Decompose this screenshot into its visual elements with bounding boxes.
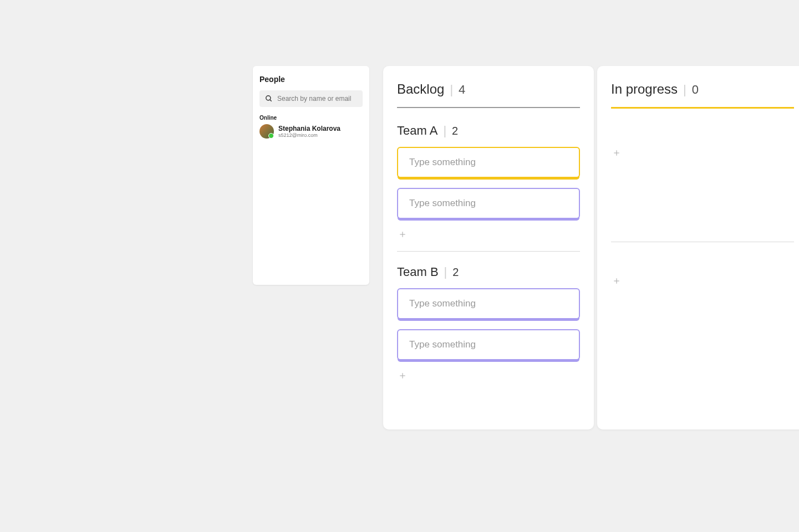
column-header-rule [397, 107, 580, 108]
swimlane-count: 2 [452, 125, 458, 137]
column-header: In progress | 0 [611, 81, 794, 97]
card-placeholder: Type something [409, 198, 476, 208]
search-icon [265, 95, 273, 103]
divider-pipe: | [444, 265, 447, 279]
swimlane-header-team-a: Team A | 2 [397, 124, 580, 138]
avatar [259, 124, 274, 139]
people-panel: People Online Stephania Kolarova s5212@m… [253, 66, 369, 285]
column-header: Backlog | 4 [397, 81, 580, 97]
add-card-button[interactable] [397, 370, 408, 381]
svg-point-0 [266, 96, 271, 100]
divider-pipe: | [450, 83, 453, 97]
card[interactable]: Type something [397, 147, 580, 178]
online-section-label: Online [259, 115, 363, 121]
swimlane-divider [611, 242, 794, 242]
divider-pipe: | [443, 124, 446, 138]
swimlane-title: Team B [397, 265, 439, 279]
card[interactable]: Type something [397, 188, 580, 219]
person-info: Stephania Kolarova s5212@miro.com [278, 125, 340, 138]
plus-icon [613, 149, 620, 157]
column-header-rule [611, 107, 794, 109]
column-count: 0 [692, 83, 699, 97]
card-placeholder: Type something [409, 339, 476, 350]
column-backlog: Backlog | 4 Team A | 2 Type something Ty… [383, 66, 594, 429]
add-card-button[interactable] [611, 275, 622, 287]
person-name: Stephania Kolarova [278, 125, 340, 132]
divider-pipe: | [683, 83, 686, 97]
column-inprogress: In progress | 0 [597, 66, 799, 429]
svg-line-1 [270, 100, 272, 101]
swimlane-title: Team A [397, 124, 437, 138]
card-placeholder: Type something [409, 298, 476, 309]
person-row[interactable]: Stephania Kolarova s5212@miro.com [259, 124, 363, 139]
search-container[interactable] [259, 90, 363, 107]
card[interactable]: Type something [397, 329, 580, 360]
swimlane-divider [397, 251, 580, 252]
swimlane-count: 2 [452, 266, 459, 279]
search-input[interactable] [277, 95, 357, 103]
card-placeholder: Type something [409, 157, 476, 167]
people-panel-title: People [259, 75, 363, 84]
add-card-button[interactable] [397, 229, 408, 240]
column-count: 4 [459, 83, 465, 97]
person-email: s5212@miro.com [278, 132, 340, 138]
card[interactable]: Type something [397, 288, 580, 319]
column-title: In progress [611, 81, 678, 97]
add-card-button[interactable] [611, 147, 622, 158]
plus-icon [613, 277, 620, 285]
swimlane-header-team-b: Team B | 2 [397, 265, 580, 279]
column-title: Backlog [397, 81, 444, 97]
plus-icon [399, 231, 406, 238]
plus-icon [399, 372, 406, 380]
